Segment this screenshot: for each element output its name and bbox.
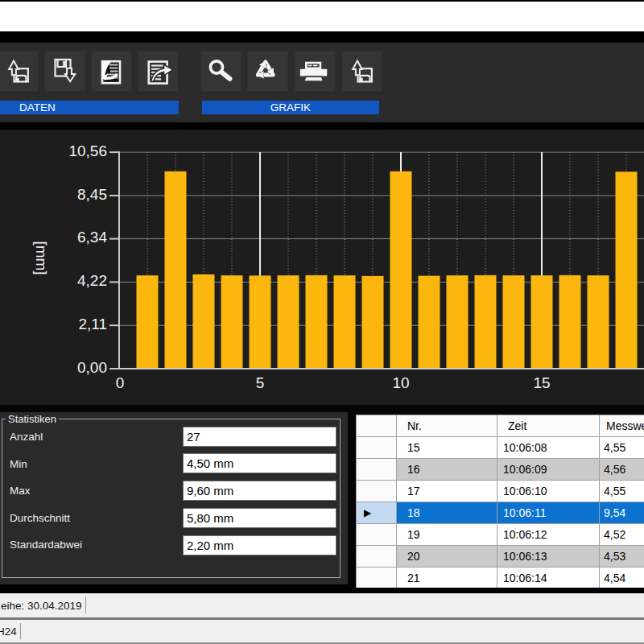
svg-text:8,45: 8,45 <box>77 186 107 203</box>
svg-text:5: 5 <box>256 374 265 391</box>
svg-text:6,34: 6,34 <box>77 229 107 246</box>
svg-text:15: 15 <box>533 374 550 391</box>
svg-text:10: 10 <box>392 374 409 391</box>
svg-text:2,11: 2,11 <box>78 316 107 332</box>
svg-text:[mm]: [mm] <box>33 241 50 275</box>
svg-text:10,56: 10,56 <box>68 142 107 159</box>
svg-text:0,00: 0,00 <box>77 359 107 376</box>
svg-text:0: 0 <box>116 374 125 391</box>
svg-text:4,22: 4,22 <box>77 272 107 289</box>
